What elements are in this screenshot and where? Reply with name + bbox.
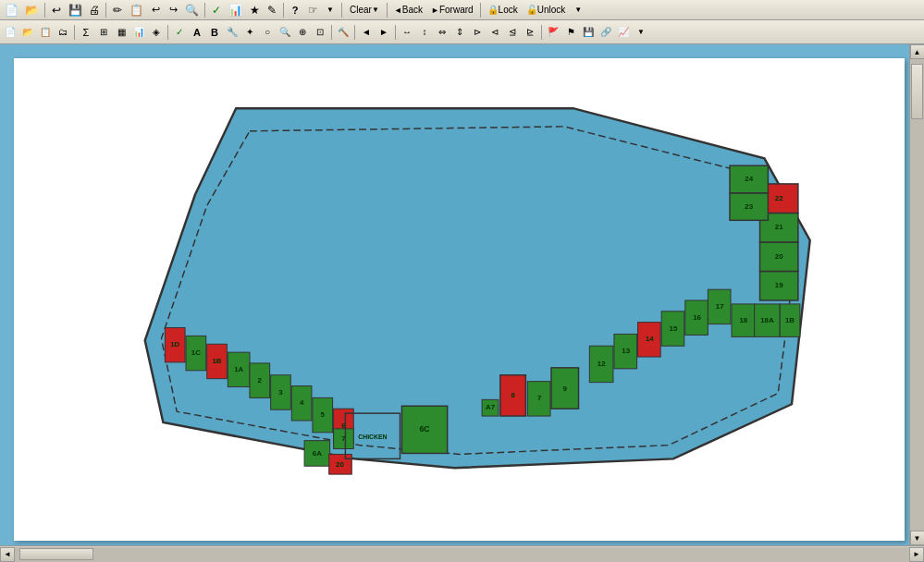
copy-button[interactable]: 📋 (127, 2, 146, 18)
svg-text:22: 22 (775, 194, 783, 202)
canvas-area[interactable]: 1D 1C 1B 1A 2 3 4 (0, 44, 909, 545)
undo-button[interactable]: ↩ (48, 2, 65, 18)
tb2-grid[interactable]: ▦ (113, 24, 129, 41)
separator (395, 25, 396, 40)
tb2-circle[interactable]: ○ (259, 24, 276, 41)
separator (354, 25, 355, 40)
new-button[interactable]: 📄 (2, 2, 21, 18)
svg-text:20: 20 (336, 460, 344, 469)
tb2-btn12[interactable]: ⊴ (504, 24, 521, 41)
svg-text:24: 24 (745, 175, 753, 183)
tb2-search2[interactable]: 🔍 (277, 24, 293, 41)
tb2-btn7[interactable]: ↕ (416, 24, 433, 41)
tb2-tools[interactable]: 🔧 (224, 24, 240, 41)
svg-text:12: 12 (598, 360, 606, 368)
tb2-btn3[interactable]: 📋 (37, 24, 54, 41)
tb2-btn10[interactable]: ⊳ (469, 24, 486, 41)
pointer-button[interactable]: ☞ (304, 2, 321, 18)
bookmark-button[interactable]: ★ (246, 2, 263, 18)
svg-text:1D: 1D (170, 340, 179, 348)
tb2-flag2[interactable]: ⚑ (562, 24, 579, 41)
separator (387, 3, 388, 18)
redo-button[interactable]: ↪ (165, 2, 181, 18)
forward-button[interactable]: ► Forward (427, 2, 477, 18)
tb2-flag[interactable]: 🚩 (545, 24, 561, 41)
unlock-button[interactable]: 🔓 Unlock (523, 2, 570, 18)
right-scrollbar[interactable]: ▲ ▼ (909, 44, 924, 545)
svg-text:19: 19 (775, 281, 783, 289)
clear-button[interactable]: Clear ▼ (345, 2, 384, 18)
separator (44, 3, 45, 18)
bottom-scrollbar: ◄ ► (0, 545, 924, 562)
separator (167, 25, 168, 40)
open-button[interactable]: 📂 (22, 2, 42, 18)
svg-text:7: 7 (537, 394, 542, 402)
find-button[interactable]: 🔍 (182, 2, 202, 18)
back-button[interactable]: ◄ Back (390, 2, 426, 18)
help-button[interactable]: ? (287, 2, 303, 18)
expand-button[interactable]: ▼ (322, 2, 339, 18)
tb2-btn8[interactable]: ⇔ (434, 24, 450, 41)
tb2-btn2[interactable]: 📂 (19, 24, 36, 41)
tb2-fit[interactable]: ⊡ (312, 24, 328, 41)
h-scroll-track[interactable] (15, 547, 909, 562)
svg-text:17: 17 (716, 302, 724, 311)
separator (105, 3, 106, 18)
tb2-check2[interactable]: ✓ (171, 24, 188, 41)
tb2-table[interactable]: ⊞ (95, 24, 112, 41)
tb2-btn4[interactable]: 🗂 (55, 24, 71, 41)
tb2-btn11[interactable]: ⊲ (487, 24, 503, 41)
svg-text:20: 20 (775, 252, 783, 261)
svg-text:21: 21 (775, 223, 783, 231)
floorplan-svg: 1D 1C 1B 1A 2 3 4 (14, 58, 905, 541)
tb2-link[interactable]: 🔗 (598, 24, 614, 41)
lock-button[interactable]: 🔒 Lock (484, 2, 522, 18)
separator (283, 3, 284, 18)
tb2-expand3[interactable]: ▼ (633, 24, 649, 41)
edit-button[interactable]: ✏ (109, 2, 126, 18)
lock-icon: 🔒 (487, 5, 499, 15)
scroll-up-button[interactable]: ▲ (910, 44, 925, 59)
scroll-left-button[interactable]: ◄ (0, 547, 15, 562)
tb2-chart3[interactable]: 📈 (615, 24, 632, 41)
tb2-btn13[interactable]: ⊵ (522, 24, 538, 41)
tb2-tools2[interactable]: 🔨 (335, 24, 351, 41)
svg-text:1A: 1A (234, 365, 243, 373)
forward-arrow-icon: ► (431, 6, 439, 15)
svg-text:18A: 18A (760, 316, 774, 324)
undo2-button[interactable]: ↩ (147, 2, 164, 18)
scroll-thumb[interactable] (911, 64, 923, 119)
tb2-btn9[interactable]: ⇕ (451, 24, 468, 41)
tb2-text[interactable]: A (189, 24, 205, 41)
tb2-btn5[interactable]: ◈ (148, 24, 165, 41)
scroll-down-button[interactable]: ▼ (910, 531, 925, 545)
separator (480, 3, 481, 18)
expand2-button[interactable]: ▼ (570, 2, 586, 18)
tb2-star2[interactable]: ✦ (241, 24, 258, 41)
clear-dropdown-icon: ▼ (372, 6, 379, 14)
svg-text:16: 16 (693, 313, 701, 322)
chart-button[interactable]: 📊 (226, 2, 245, 18)
separator (541, 25, 542, 40)
tb2-arrow-r[interactable]: ► (376, 24, 392, 41)
edit2-button[interactable]: ✎ (264, 2, 280, 18)
unlock-label: Unlock (537, 5, 566, 15)
tb2-sigma[interactable]: Σ (78, 24, 94, 41)
tb2-chart2[interactable]: 📊 (130, 24, 147, 41)
tb2-save2[interactable]: 💾 (580, 24, 597, 41)
back-arrow-icon: ◄ (394, 6, 402, 15)
tb2-btn1[interactable]: 📄 (2, 24, 18, 41)
svg-marker-0 (145, 108, 810, 468)
separator (74, 25, 75, 40)
tb2-arrow-l[interactable]: ◄ (358, 24, 375, 41)
tb2-zoom[interactable]: ⊕ (294, 24, 311, 41)
check-button[interactable]: ✓ (208, 2, 225, 18)
svg-text:3: 3 (278, 388, 283, 397)
tb2-bold[interactable]: B (206, 24, 223, 41)
tb2-btn6[interactable]: ↔ (399, 24, 415, 41)
scroll-track[interactable] (910, 59, 925, 531)
save-button[interactable]: 💾 (66, 2, 85, 18)
print-button[interactable]: 🖨 (86, 2, 103, 18)
scroll-right-button[interactable]: ► (909, 547, 924, 562)
h-scroll-thumb[interactable] (19, 548, 93, 560)
